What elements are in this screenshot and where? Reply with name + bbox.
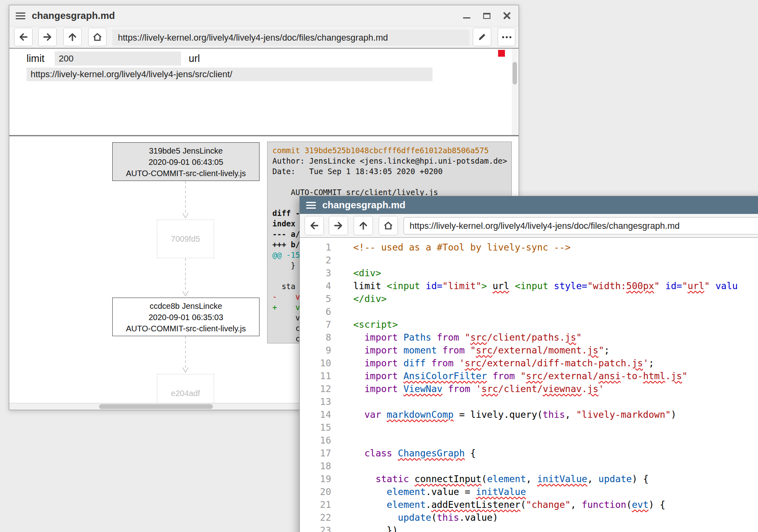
misspelled-token: js [671, 371, 682, 381]
limit-label: limit [27, 53, 44, 64]
arrow-up-icon [358, 221, 368, 230]
code-line[interactable]: import moment from "src/external/moment.… [353, 344, 758, 357]
code-line[interactable]: <script> [353, 318, 758, 331]
home-button[interactable] [379, 216, 398, 235]
horizontal-scrollbar-thumb[interactable] [99, 404, 213, 409]
forward-button[interactable] [329, 216, 348, 235]
code-token: style= [554, 281, 587, 291]
code-line[interactable]: import AnsiColorFilter from "src/externa… [353, 370, 758, 382]
code-token: . [426, 499, 431, 510]
code-line[interactable] [353, 421, 758, 434]
code-line[interactable] [353, 460, 758, 472]
code-line[interactable] [353, 395, 758, 408]
misspelled-token: ChangesGraph [398, 448, 465, 458]
code-line[interactable]: update(this.value) [353, 511, 758, 524]
code-line[interactable] [353, 434, 758, 447]
address-bar[interactable] [404, 217, 758, 234]
line-number: 22 [300, 511, 331, 524]
code-token: ( [431, 512, 437, 523]
vertical-scrollbar-thumb[interactable] [513, 62, 517, 84]
commit-node-line: ccdce8b JensLincke [113, 300, 259, 312]
commit-detail-line: Date: Tue Sep 1 18:43:05 2020 +0200 [272, 166, 507, 177]
code-token [353, 345, 365, 355]
commit-node-line: AUTO-COMMIT-src-client-lively.js [113, 323, 259, 334]
code-token: /external/ [543, 371, 598, 381]
misspelled-token: url [492, 281, 509, 291]
code-token: import [365, 332, 398, 343]
code-token: <script> [353, 319, 398, 330]
home-button[interactable] [88, 28, 107, 46]
back-window-titlebar[interactable]: changesgraph.md [9, 5, 519, 27]
limit-input[interactable] [55, 51, 181, 66]
misspelled-token: viewnav [543, 384, 582, 394]
menu-icon[interactable] [306, 202, 316, 209]
up-button[interactable] [354, 216, 373, 235]
misspelled-token: addEventListener [431, 499, 521, 510]
front-window-titlebar[interactable]: changesgraph.md [300, 196, 758, 214]
commit-node-e204adf[interactable]: e204adf [157, 374, 214, 403]
code-token: diff [404, 358, 426, 368]
code-token: ' [598, 384, 604, 394]
code-line[interactable] [353, 305, 758, 318]
misspelled-token: html [643, 371, 665, 381]
edit-button[interactable] [473, 28, 491, 46]
code-line[interactable]: static connectInput(element, initValue, … [353, 472, 758, 485]
commit-node-7009fd5[interactable]: 7009fd5 [157, 220, 214, 258]
code-token: " [682, 371, 688, 381]
forward-button[interactable] [38, 28, 57, 46]
code-line[interactable] [353, 254, 758, 267]
window-title: changesgraph.md [322, 199, 406, 211]
code-token [398, 345, 404, 355]
commit-node-319bde5[interactable]: 319bde5 JensLincke 2020-09-01 06:43:05 A… [112, 142, 260, 181]
commit-node-ccdce8b[interactable]: ccdce8b JensLincke 2020-09-01 06:35:03 A… [112, 298, 260, 336]
front-window-navbar [300, 214, 758, 238]
code-line[interactable]: import Paths from "src/client/paths.js" [353, 331, 758, 344]
window-title: changesgraph.md [32, 10, 115, 21]
code-editor[interactable]: 1234567891011121314151617181920212223 <!… [300, 238, 758, 532]
code-token: "width: [587, 281, 626, 291]
code-line[interactable]: import diff from 'src/external/diff-matc… [353, 357, 758, 370]
code-token [353, 332, 365, 343]
back-button[interactable] [14, 28, 33, 46]
line-number: 11 [300, 370, 331, 382]
code-token: "lively-markdown" [576, 409, 671, 420]
back-button[interactable] [305, 216, 324, 235]
code-line[interactable]: limit <input id="limit"> url <input styl… [353, 279, 758, 292]
code-token: ( [626, 499, 632, 510]
code-token: <!-- used as a #Tool by lively-sync --> [353, 242, 571, 253]
code-token: element [487, 474, 526, 484]
code-token: "change" [526, 499, 571, 510]
code-token [398, 384, 404, 394]
code-line[interactable]: </div> [353, 292, 758, 305]
status-indicator-square [498, 50, 505, 57]
code-token [353, 371, 365, 381]
code-line[interactable]: import ViewNav from 'src/client/viewnav.… [353, 382, 758, 395]
code-token: " [470, 345, 476, 355]
maximize-button[interactable] [482, 10, 492, 21]
code-token: = lively.query( [453, 409, 543, 420]
code-token: import [365, 345, 398, 355]
commit-node-line: 2020-09-01 06:43:05 [113, 156, 259, 168]
code-line[interactable]: <!-- used as a #Tool by lively-sync --> [353, 241, 758, 254]
graph-edge-arrow [181, 181, 190, 220]
menu-icon[interactable] [16, 12, 25, 19]
code-line[interactable]: class ChangesGraph { [353, 447, 758, 460]
more-button[interactable] [498, 28, 515, 46]
code-line[interactable]: }) [353, 524, 758, 532]
up-button[interactable] [63, 28, 82, 46]
code-token [398, 358, 404, 368]
code-line[interactable]: element.value = initValue [353, 485, 758, 498]
url-input[interactable] [27, 68, 433, 81]
close-button[interactable] [502, 10, 512, 21]
misspelled-token: initValue [537, 474, 587, 484]
code-line[interactable]: <div> [353, 267, 758, 279]
code-token: ( [482, 474, 487, 484]
vertical-scrollbar[interactable] [512, 49, 518, 135]
minimize-button[interactable] [461, 10, 472, 21]
commit-detail-line [272, 177, 507, 187]
close-icon [503, 12, 511, 20]
address-bar[interactable] [112, 29, 470, 46]
code-line[interactable]: var markdownComp = lively.query(this, "l… [353, 408, 758, 421]
code-line[interactable]: element.addEventListener("change", funct… [353, 498, 758, 511]
misspelled-token: markdownComp [387, 409, 453, 420]
